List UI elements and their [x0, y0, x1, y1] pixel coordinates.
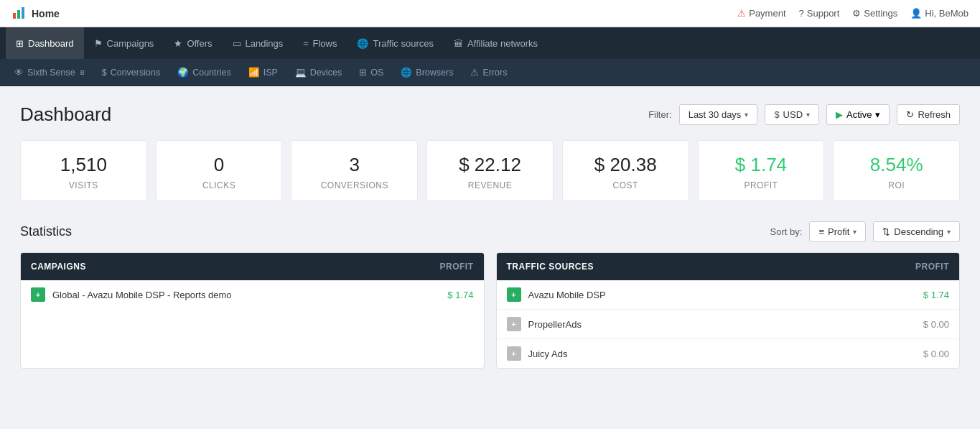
nav-landings[interactable]: ▭ Landings	[223, 27, 294, 59]
globe-icon: 🌐	[357, 38, 368, 49]
nav-campaigns[interactable]: ⚑ Campaigns	[84, 27, 164, 59]
cost-value: $ 20.38	[577, 154, 674, 176]
topbar: Home ⚠ Payment ? Support ⚙ Settings 👤 Hi…	[0, 0, 980, 27]
clicks-label: Clicks	[171, 180, 268, 190]
chevron-down-icon: ▾	[947, 228, 951, 236]
subnav-browsers[interactable]: 🌐 Browsers	[392, 59, 462, 86]
settings-link[interactable]: ⚙ Settings	[852, 8, 897, 19]
sort-field-button[interactable]: ≡ Profit ▾	[809, 221, 866, 242]
table-row: + Juicy Ads $ 0.00	[497, 339, 960, 368]
active-filter-button[interactable]: ▶ Active ▾	[826, 104, 890, 125]
expand-row-icon[interactable]: +	[507, 317, 521, 331]
statistics-title: Statistics	[20, 224, 72, 239]
warning-icon: ⚠	[737, 8, 746, 19]
eye-icon: 👁	[14, 68, 24, 78]
date-range-filter[interactable]: Last 30 days ▾	[679, 104, 758, 125]
subnav-devices[interactable]: 💻 Devices	[286, 59, 350, 86]
roi-card: 8.54% ROI	[833, 140, 960, 201]
traffic-sources-header-label: TRAFFIC SOURCES	[507, 262, 594, 272]
subnav-countries[interactable]: 🌍 Countries	[169, 59, 240, 86]
payment-link[interactable]: ⚠ Payment	[737, 8, 785, 19]
roi-label: ROI	[848, 180, 945, 190]
user-link[interactable]: 👤 Hi, BeMob	[910, 8, 969, 19]
statistics-header: Statistics Sort by: ≡ Profit ▾ ⇅ Descend…	[20, 221, 960, 242]
stat-cards-container: 1,510 Visits 0 Clicks 3 Conversions $ 22…	[20, 140, 960, 201]
subnav-errors[interactable]: ⚠ Errors	[462, 59, 515, 86]
expand-row-icon[interactable]: +	[507, 287, 521, 302]
nav-traffic-sources[interactable]: 🌐 Traffic sources	[347, 27, 444, 59]
nav-affiliate-networks[interactable]: 🏛 Affiliate networks	[444, 27, 548, 59]
profit-label: Profit	[713, 180, 810, 190]
traffic-sources-table: TRAFFIC SOURCES PROFIT + Avazu Mobile DS…	[496, 252, 961, 369]
building-icon: 🏛	[454, 38, 463, 49]
dashboard-header: Dashboard Filter: Last 30 days ▾ $ USD ▾…	[20, 103, 960, 126]
app-logo-icon	[11, 6, 27, 22]
revenue-card: $ 22.12 Revenue	[426, 140, 554, 201]
filter-row: Filter: Last 30 days ▾ $ USD ▾ ▶ Active …	[648, 104, 960, 125]
svg-rect-2	[22, 7, 24, 19]
dollar-icon: $	[102, 68, 107, 78]
chevron-down-icon: ▾	[875, 109, 880, 120]
play-icon: ▶	[836, 109, 843, 120]
alert-icon: ⚠	[470, 67, 479, 78]
subnav-sixth-sense[interactable]: 👁 Sixth Sense B	[6, 59, 93, 86]
nav-flows[interactable]: ≈ Flows	[293, 27, 347, 59]
campaigns-icon: ⚑	[94, 38, 103, 49]
traffic-source-profit: $ 1.74	[923, 290, 949, 300]
svg-rect-0	[13, 13, 16, 19]
conversions-card: 3 Conversions	[291, 140, 418, 201]
campaigns-header-label: CAMPAIGNS	[31, 262, 86, 272]
currency-filter[interactable]: $ USD ▾	[765, 104, 819, 125]
traffic-source-profit: $ 0.00	[923, 349, 949, 359]
chevron-down-icon: ▾	[745, 111, 748, 119]
subnav-conversions[interactable]: $ Conversions	[93, 59, 169, 86]
nav-offers[interactable]: ★ Offers	[164, 27, 222, 59]
laptop-icon: 💻	[295, 67, 307, 78]
subnav-isp[interactable]: 📶 ISP	[240, 59, 286, 86]
refresh-button[interactable]: ↻ Refresh	[897, 104, 960, 125]
support-link[interactable]: ? Support	[799, 8, 840, 19]
user-icon: 👤	[910, 8, 922, 19]
sort-by-label: Sort by:	[770, 226, 803, 237]
table-row: + Global - Avazu Mobile DSP - Reports de…	[21, 280, 484, 309]
sort-direction-icon: ⇅	[882, 226, 890, 237]
traffic-source-name: PropellerAds	[528, 319, 923, 330]
visits-card: 1,510 Visits	[20, 140, 147, 201]
gear-icon: ⚙	[852, 8, 861, 19]
main-navigation: ⊞ Dashboard ⚑ Campaigns ★ Offers ▭ Landi…	[0, 27, 980, 59]
roi-value: 8.54%	[848, 154, 945, 176]
table-row: + Avazu Mobile DSP $ 1.74	[497, 280, 960, 310]
campaign-profit: $ 1.74	[447, 290, 473, 300]
filter-label: Filter:	[648, 109, 672, 120]
expand-row-icon[interactable]: +	[31, 287, 45, 302]
cost-card: $ 20.38 Cost	[562, 140, 689, 201]
conversions-label: Conversions	[306, 180, 403, 190]
clicks-value: 0	[171, 154, 268, 176]
traffic-sources-profit-header: PROFIT	[915, 262, 949, 272]
chevron-down-icon: ▾	[853, 228, 857, 236]
browser-icon: 🌐	[401, 67, 412, 78]
star-icon: ★	[174, 38, 182, 49]
subnav-os[interactable]: ⊞ OS	[350, 59, 392, 86]
monitor-icon: ▭	[233, 38, 241, 49]
globe2-icon: 🌍	[177, 67, 189, 78]
sort-direction-button[interactable]: ⇅ Descending ▾	[873, 221, 960, 242]
campaign-name: Global - Avazu Mobile DSP - Reports demo	[52, 290, 447, 300]
chevron-down-icon: ▾	[806, 111, 810, 119]
wifi-icon: 📶	[248, 67, 260, 78]
table-row: + PropellerAds $ 0.00	[497, 310, 960, 339]
clicks-card: 0 Clicks	[156, 140, 283, 201]
support-icon: ?	[799, 8, 804, 19]
nav-dashboard[interactable]: ⊞ Dashboard	[6, 27, 84, 59]
traffic-source-profit: $ 0.00	[923, 319, 949, 330]
tables-container: CAMPAIGNS PROFIT + Global - Avazu Mobile…	[20, 252, 960, 369]
topbar-right-actions: ⚠ Payment ? Support ⚙ Settings 👤 Hi, BeM…	[737, 8, 969, 19]
app-name: Home	[32, 8, 60, 19]
expand-row-icon[interactable]: +	[507, 346, 521, 361]
traffic-sources-table-header: TRAFFIC SOURCES PROFIT	[497, 253, 960, 280]
list-icon: ≡	[818, 226, 824, 237]
refresh-icon: ↻	[906, 109, 914, 120]
visits-label: Visits	[35, 180, 132, 190]
profit-card: $ 1.74 Profit	[698, 140, 825, 201]
visits-value: 1,510	[35, 154, 132, 176]
